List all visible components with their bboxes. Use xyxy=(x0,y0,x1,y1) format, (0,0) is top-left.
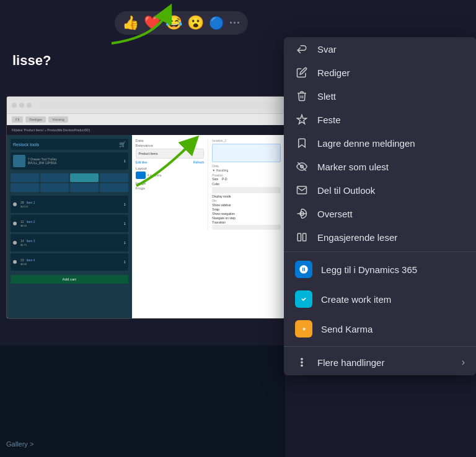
heart-emoji[interactable]: ❤️ xyxy=(144,15,161,31)
karma-icon: ★ xyxy=(295,320,312,337)
menu-item-karma[interactable]: ★ Send Karma xyxy=(284,314,476,344)
svg-rect-4 xyxy=(298,233,301,241)
menu-item-del[interactable]: Del til Outlook xyxy=(284,178,476,202)
svg-rect-5 xyxy=(303,233,306,241)
bottom-overlay xyxy=(0,346,285,457)
workitem-icon xyxy=(295,290,312,308)
menu-item-workitem[interactable]: Create work item xyxy=(284,284,476,314)
svg-point-11 xyxy=(301,365,302,366)
bookmark-icon xyxy=(295,137,309,149)
svg-text:★: ★ xyxy=(302,326,306,332)
translate-icon xyxy=(295,208,309,219)
context-menu: Svar Rediger Slett Feste xyxy=(284,37,476,375)
edit-icon xyxy=(295,67,309,78)
svg-point-10 xyxy=(301,362,302,363)
pin-icon xyxy=(295,114,309,125)
screenshot-image: Fil Rediger Visning Fil(tekst 'Product I… xyxy=(6,96,285,319)
chevron-right-icon: › xyxy=(462,357,465,368)
menu-item-rediger[interactable]: Rediger xyxy=(284,61,476,84)
thumbs-up-emoji[interactable]: 👍 xyxy=(122,15,139,31)
gallery-label: Gallery > xyxy=(6,440,33,448)
menu-item-feste[interactable]: Feste xyxy=(284,108,476,131)
trash-icon xyxy=(295,90,309,102)
svg-rect-6 xyxy=(300,295,307,303)
reply-icon xyxy=(295,43,309,54)
menu-item-oversett[interactable]: Oversett xyxy=(284,202,476,225)
menu-divider-1 xyxy=(284,251,476,252)
menu-item-more-actions[interactable]: Flere handlinger › xyxy=(284,349,476,375)
mail-icon xyxy=(295,185,309,196)
more-actions-icon xyxy=(295,357,309,368)
menu-item-dynamics[interactable]: Legg til i Dynamics 365 xyxy=(284,255,476,284)
question-text: lisse? xyxy=(12,53,51,69)
menu-item-marker[interactable]: Marker som ulest xyxy=(284,155,476,178)
menu-item-svar[interactable]: Svar xyxy=(284,37,476,61)
wow-emoji[interactable]: 😮 xyxy=(187,15,204,31)
menu-divider-2 xyxy=(284,346,476,347)
menu-item-leser[interactable]: Engasjerende leser xyxy=(284,225,476,249)
more-reactions-button[interactable]: ··· xyxy=(229,17,240,30)
circle-emoji[interactable]: 🔵 xyxy=(209,15,224,30)
svg-point-9 xyxy=(301,359,302,360)
dynamics-icon xyxy=(295,261,312,278)
reaction-bar: 👍 ❤️ 😂 😮 🔵 ··· xyxy=(115,11,248,35)
immersive-reader-icon xyxy=(295,232,309,243)
menu-item-lagre[interactable]: Lagre denne meldingen xyxy=(284,131,476,155)
unread-icon xyxy=(295,161,309,172)
laugh-emoji[interactable]: 😂 xyxy=(165,15,182,31)
menu-item-slett[interactable]: Slett xyxy=(284,84,476,108)
